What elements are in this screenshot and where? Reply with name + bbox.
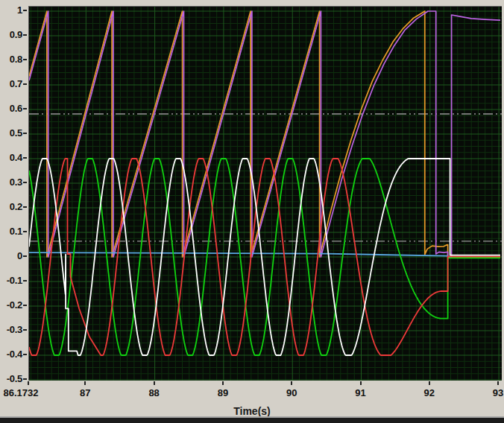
y-tick-mark (23, 305, 27, 306)
x-tick-mark (154, 381, 155, 385)
y-tick-mark (23, 10, 27, 11)
x-tick-label: 90 (286, 387, 297, 399)
y-tick-mark (23, 157, 27, 159)
y-tick-mark (23, 108, 27, 109)
y-tick-label: 0.2 (0, 201, 22, 213)
y-tick-label: 0.4 (0, 152, 22, 164)
y-tick-label: -0.2 (0, 299, 22, 311)
x-tick-label: 92 (424, 387, 435, 399)
x-tick-mark (28, 381, 29, 385)
y-tick-label: 0.5 (0, 127, 22, 139)
window-bottom-edge (0, 418, 504, 423)
y-tick-label: -0.5 (0, 373, 22, 385)
x-axis-title: Time(s) (233, 405, 271, 417)
y-tick-mark (23, 59, 27, 60)
y-tick-label: 1 (0, 4, 22, 16)
x-tick-mark (291, 381, 292, 385)
series-flatline-cyan (29, 252, 448, 256)
y-tick-mark (23, 83, 27, 85)
x-tick-label: 89 (218, 387, 228, 399)
y-tick-mark (23, 34, 27, 36)
y-tick-label: 0.6 (0, 103, 22, 115)
waveform-plot-canvas (29, 7, 502, 381)
y-tick-mark (23, 182, 27, 183)
y-tick-label: 0.7 (0, 78, 22, 90)
y-tick-label: 0.3 (0, 176, 22, 188)
y-tick-mark (23, 231, 27, 232)
x-tick-label: 91 (355, 387, 365, 399)
y-tick-label: 0.1 (0, 226, 22, 238)
x-tick-mark (360, 381, 362, 385)
x-tick-label: 88 (148, 387, 159, 399)
y-tick-mark (23, 255, 27, 257)
y-tick-mark (23, 280, 27, 282)
x-tick-mark (84, 381, 86, 385)
y-tick-mark (23, 354, 27, 355)
y-tick-mark (23, 329, 27, 331)
x-tick-label: 87 (80, 387, 90, 399)
waveform-plot-area[interactable] (28, 6, 502, 381)
waveform-chart-window: 10.90.80.70.60.50.40.30.20.10-0.1-0.2-0.… (0, 0, 504, 423)
x-tick-mark (429, 381, 430, 385)
y-tick-label: 0 (0, 250, 22, 262)
y-tick-label: -0.4 (0, 349, 22, 360)
x-tick-mark (222, 381, 224, 385)
y-tick-mark (23, 206, 27, 208)
x-tick-label: 93 (493, 387, 503, 399)
y-tick-label: 0.9 (0, 29, 22, 41)
y-tick-label: -0.3 (0, 324, 22, 336)
y-tick-label: 0.8 (0, 54, 22, 66)
y-tick-mark (23, 378, 27, 380)
x-tick-label: 86.1732 (4, 387, 39, 399)
y-tick-mark (23, 133, 27, 134)
x-tick-mark (497, 381, 499, 385)
y-tick-label: -0.1 (0, 275, 22, 287)
